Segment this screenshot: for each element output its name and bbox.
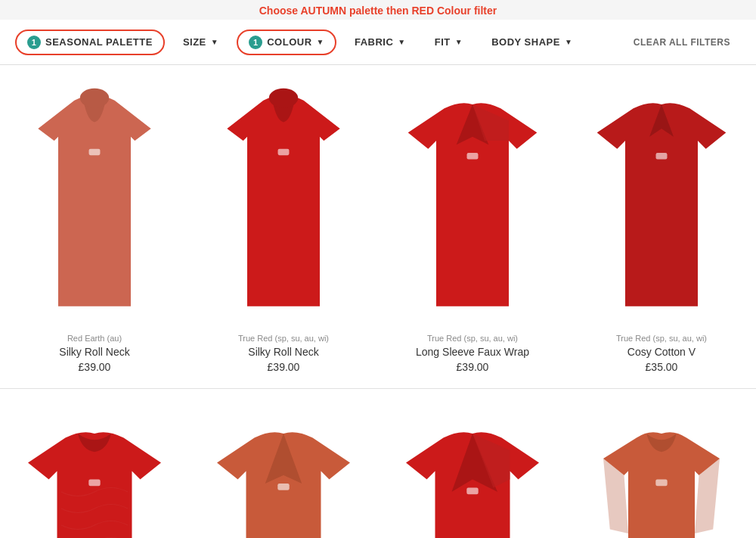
product-card[interactable]: True Red (sp, su, au, wi) Long Sleeve Fa…	[378, 65, 567, 389]
clear-all-filters-button[interactable]: CLEAR ALL FILTERS	[623, 33, 741, 52]
fit-chevron-icon: ▼	[455, 38, 463, 46]
product-image	[200, 404, 367, 538]
svg-point-2	[269, 89, 298, 108]
product-image	[389, 404, 556, 538]
product-card[interactable]: True Red (sp, su, au, wi) Textured Crew …	[0, 389, 189, 538]
product-name: Long Sleeve Faux Wrap	[416, 346, 529, 358]
product-card[interactable]: Red Earth (au) Knot Front Top £39.00	[189, 389, 378, 538]
filter-fit[interactable]: FIT ▼	[424, 32, 473, 52]
product-name: Cosy Cotton V	[627, 346, 696, 358]
product-card[interactable]: True Red (sp, su, au, wi) Cosy Cotton V …	[567, 65, 756, 389]
fabric-chevron-icon: ▼	[398, 38, 405, 46]
product-color-label: True Red (sp, su, au, wi)	[427, 334, 518, 343]
product-color-label: Red Earth (au)	[67, 334, 122, 343]
filter-body-shape[interactable]: BODY SHAPE ▼	[481, 32, 583, 52]
colour-label: COLOUR	[267, 36, 311, 48]
product-price: £39.00	[79, 361, 111, 373]
svg-rect-8	[277, 484, 289, 490]
colour-chevron-icon: ▼	[317, 38, 324, 46]
svg-rect-10	[466, 488, 478, 495]
filter-bar: 1 SEASONAL PALETTE SIZE ▼ 1 COLOUR ▼ FAB…	[0, 20, 756, 65]
product-grid: Red Earth (au) Silky Roll Neck £39.00 Tr…	[0, 65, 756, 538]
svg-rect-11	[655, 480, 667, 487]
product-price: £35.00	[646, 361, 678, 373]
body-shape-chevron-icon: ▼	[565, 38, 572, 46]
filter-size[interactable]: SIZE ▼	[172, 32, 229, 52]
svg-rect-5	[656, 153, 668, 160]
product-image	[11, 80, 178, 322]
fit-label: FIT	[435, 36, 451, 48]
product-card[interactable]: True Red (sp, su, au, wi) Silky Roll Nec…	[189, 65, 378, 389]
fabric-label: FABRIC	[355, 36, 393, 48]
svg-rect-6	[88, 480, 100, 487]
filter-seasonal-palette[interactable]: 1 SEASONAL PALETTE	[15, 30, 165, 55]
product-image	[578, 80, 745, 322]
svg-rect-4	[467, 153, 479, 160]
top-banner: Choose AUTUMN palette then RED Colour fi…	[0, 0, 756, 20]
seasonal-palette-badge: 1	[27, 36, 41, 49]
filter-fabric[interactable]: FABRIC ▼	[344, 32, 417, 52]
product-image	[200, 80, 367, 322]
size-chevron-icon: ▼	[211, 38, 218, 46]
product-card[interactable]: True Red (sp, su, au, wi) Wrap Front Top…	[378, 389, 567, 538]
svg-point-0	[80, 89, 109, 108]
size-label: SIZE	[183, 36, 206, 48]
svg-rect-3	[278, 149, 290, 156]
product-color-label: True Red (sp, su, au, wi)	[238, 334, 329, 343]
product-name: Silky Roll Neck	[59, 346, 129, 358]
product-card[interactable]: Red Earth (au) 3/4 Sleeve Top £39.00	[567, 389, 756, 538]
product-price: £39.00	[268, 361, 300, 373]
product-name: Silky Roll Neck	[248, 346, 318, 358]
body-shape-label: BODY SHAPE	[491, 36, 560, 48]
product-color-label: True Red (sp, su, au, wi)	[616, 334, 707, 343]
seasonal-palette-label: SEASONAL PALETTE	[45, 36, 153, 48]
svg-rect-1	[89, 149, 101, 156]
colour-badge: 1	[249, 36, 262, 49]
filter-colour[interactable]: 1 COLOUR ▼	[237, 30, 336, 55]
product-card[interactable]: Red Earth (au) Silky Roll Neck £39.00	[0, 65, 189, 389]
product-image	[389, 80, 556, 322]
product-image	[11, 404, 178, 538]
product-image	[578, 404, 745, 538]
product-price: £39.00	[457, 361, 489, 373]
